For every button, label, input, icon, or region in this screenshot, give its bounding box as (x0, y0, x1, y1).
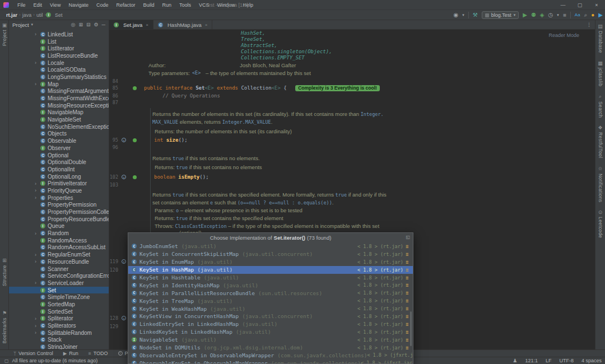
tab-set.java[interactable]: ISet.java× (109, 20, 153, 29)
implementation-item[interactable]: CKeySet in ConcurrentSkipListMap(java.ut… (128, 250, 413, 258)
stop-button[interactable]: ■ (563, 10, 566, 20)
tree-item-randomaccesssublist[interactable]: CRandomAccessSubList (9, 244, 109, 251)
implementation-item[interactable]: CKeySet in ParallelListResourceBundle(su… (128, 289, 413, 297)
tree-item-set[interactable]: ISet (9, 287, 109, 294)
popup-window-icon[interactable]: ◱ (406, 235, 410, 240)
plugin-run-icon[interactable]: ▶ (598, 10, 603, 20)
implementation-item[interactable]: CObservableEntrySet in ObservableMapWrap… (128, 351, 413, 359)
tree-item-propertypermission[interactable]: CPropertyPermission (9, 202, 109, 209)
implementation-item[interactable]: CKeySet in TreeMap(java.util)< 1.8 > (rt… (128, 297, 413, 305)
tool-strip-jclasslib[interactable]: ▦jclasslib (598, 60, 603, 86)
tree-item-splittablerandom[interactable]: ›CSplittableRandom (9, 329, 109, 337)
tree-item-list[interactable]: IList (9, 38, 109, 45)
tool-strip-search[interactable]: ⌕Search (598, 94, 603, 118)
tree-item-queue[interactable]: IQueue (9, 223, 109, 230)
tool-strip-bookmarks[interactable]: ⚑Bookmarks (0, 310, 9, 343)
menu-code[interactable]: Code (92, 2, 113, 8)
more-icon[interactable]: ⋮ (587, 22, 592, 27)
breadcrumb-item[interactable]: Set (53, 12, 64, 18)
close-icon[interactable]: × (146, 22, 148, 27)
run-config-select[interactable]: blog.Test ▾ (482, 11, 519, 19)
tree-item-objects[interactable]: CObjects (9, 130, 109, 138)
tree-item-priorityqueue[interactable]: ›CPriorityQueue (9, 187, 109, 194)
implementation-item[interactable]: CObservableKeySet in ObservableMapWrappe… (128, 359, 413, 364)
status-window-icon[interactable]: ▢ (4, 358, 9, 363)
tree-item-localeisodata[interactable]: CLocaleISOData (9, 66, 109, 73)
tree-item-listresourcebundle[interactable]: CListResourceBundle (9, 52, 109, 59)
menu-navigate[interactable]: Navigate (64, 2, 92, 8)
status-item-utf-8[interactable]: UTF-8 (559, 358, 574, 363)
status-item-121-1[interactable]: 121:1 (525, 358, 538, 363)
tree-item-regularenumset[interactable]: ›CRegularEnumSet (9, 251, 109, 258)
minimize-icon[interactable]: — (555, 0, 571, 10)
tree-item-scanner[interactable]: CScanner (9, 265, 109, 273)
tree-item-observable[interactable]: CObservable (9, 137, 109, 144)
tree-item-map[interactable]: ›IMap (9, 81, 109, 88)
overridden-method-icon[interactable]: ↑ (122, 138, 126, 142)
tool-strip-restfultool[interactable]: ❖RestfulTool (598, 125, 603, 158)
tool-strip-structure[interactable]: ⊞Structure (0, 258, 9, 286)
tree-item-stringjoiner[interactable]: CStringJoiner (9, 343, 109, 349)
tree-item-resourcebundle[interactable]: ›CResourceBundle (9, 258, 109, 265)
tree-item-randomaccess[interactable]: IRandomAccess (9, 237, 109, 244)
breadcrumb-item[interactable]: java (21, 12, 34, 18)
implementation-item[interactable]: CKeySet in HashMap(java.util)< 1.8 > (rt… (128, 266, 413, 274)
status-item-lf[interactable]: LF (546, 358, 552, 363)
close-icon[interactable]: × (588, 0, 605, 10)
tree-item-linkedlist[interactable]: ›CLinkedList (9, 31, 109, 38)
tree-item-properties[interactable]: ›CProperties (9, 194, 109, 202)
tool-window-button-version-control[interactable]: ᛘVersion Control (13, 351, 53, 356)
tree-item-sortedset[interactable]: ISortedSet (9, 308, 109, 315)
tree-item-observer[interactable]: IObserver (9, 144, 109, 152)
tree-item-nosuchelementexception[interactable]: CNoSuchElementException (9, 123, 109, 130)
tree-item-optionalint[interactable]: COptionalInt (9, 166, 109, 173)
locate-icon[interactable]: ◎ (71, 22, 76, 27)
tree-item-sortedmap[interactable]: ISortedMap (9, 301, 109, 308)
tree-item-longsummarystatistics[interactable]: CLongSummaryStatistics (9, 73, 109, 81)
menu-run[interactable]: Run (158, 2, 175, 8)
implementation-item[interactable]: CKeySet in IdentityHashMap(java.util)< 1… (128, 281, 413, 289)
implementation-item[interactable]: CKeySetView in ConcurrentHashMap(java.ut… (128, 312, 413, 320)
implementation-item[interactable]: CLinkedEntrySet in LinkedHashMap(java.ut… (128, 320, 413, 328)
tree-item-spliterators[interactable]: ›CSpliterators (9, 322, 109, 329)
tool-strip-leetcode[interactable]: ⊙Leetcode (598, 209, 603, 238)
tree-item-optionaldouble[interactable]: COptionalDouble (9, 158, 109, 166)
tool-strip-notifications[interactable]: ⍾Notifications (598, 166, 603, 203)
breadcrumb-item[interactable]: util (35, 12, 45, 18)
tool-window-button-todo[interactable]: ≡TODO (89, 351, 108, 356)
implementation-item[interactable]: CNodeSet in DOMUtils(org.jcp.xml.dsig.in… (128, 344, 413, 352)
tree-item-stack[interactable]: CStack (9, 337, 109, 344)
hide-icon[interactable]: ─ (102, 22, 105, 27)
search-everywhere-icon[interactable]: ⌕ (584, 10, 588, 20)
implementation-item[interactable]: CJumboEnumSet(java.util)< 1.8 > (rt.jar)… (128, 242, 413, 250)
coverage-button[interactable]: ◈ (540, 10, 544, 20)
implementation-item[interactable]: CKeySet in Hashtable(java.util)< 1.8 > (… (128, 274, 413, 282)
expand-all-icon[interactable]: ⊞ (78, 22, 83, 27)
tree-item-listiterator[interactable]: IListIterator (9, 45, 109, 52)
tree-item-missingformatargumentexception[interactable]: CMissingFormatArgumentException (9, 88, 109, 95)
build-hammer-icon[interactable]: ⚒ (473, 10, 478, 20)
method-complexity-icon[interactable] (133, 86, 137, 90)
menu-build[interactable]: Build (139, 2, 158, 8)
tree-item-optional[interactable]: COptional (9, 152, 109, 159)
debug-button[interactable]: ⚉ (531, 10, 536, 20)
tree-item-random[interactable]: ›CRandom (9, 230, 109, 237)
tool-window-button-run[interactable]: ▶Run (63, 351, 78, 356)
overridden-method-icon[interactable]: ↑ (122, 316, 126, 320)
menu-view[interactable]: View (46, 2, 64, 8)
tree-item-serviceconfigurationerror[interactable]: CServiceConfigurationError (9, 272, 109, 279)
gear-icon[interactable]: ⚙ (94, 22, 99, 27)
menu-edit[interactable]: Edit (30, 2, 46, 8)
popup-scrollbar[interactable] (410, 311, 412, 346)
user-icon[interactable]: ◉ (453, 10, 458, 20)
collapse-all-icon[interactable]: ⊟ (86, 22, 91, 27)
tree-item-propertyresourcebundle[interactable]: CPropertyResourceBundle (9, 216, 109, 223)
implementation-item[interactable]: CLinkedKeySet in LinkedHashMap(java.util… (128, 328, 413, 336)
status-item-4-spaces[interactable]: 4 spaces (581, 358, 602, 363)
tree-item-missingformatwidthexception[interactable]: CMissingFormatWidthException (9, 95, 109, 102)
tool-strip-project[interactable]: ▣Project (0, 22, 9, 46)
updates-icon[interactable]: ● (591, 10, 594, 20)
menu-tools[interactable]: Tools (175, 2, 195, 8)
tree-item-spliterator[interactable]: ›ISpliterator (9, 315, 109, 323)
tab-hashmap.java[interactable]: CHashMap.java× (153, 20, 212, 29)
